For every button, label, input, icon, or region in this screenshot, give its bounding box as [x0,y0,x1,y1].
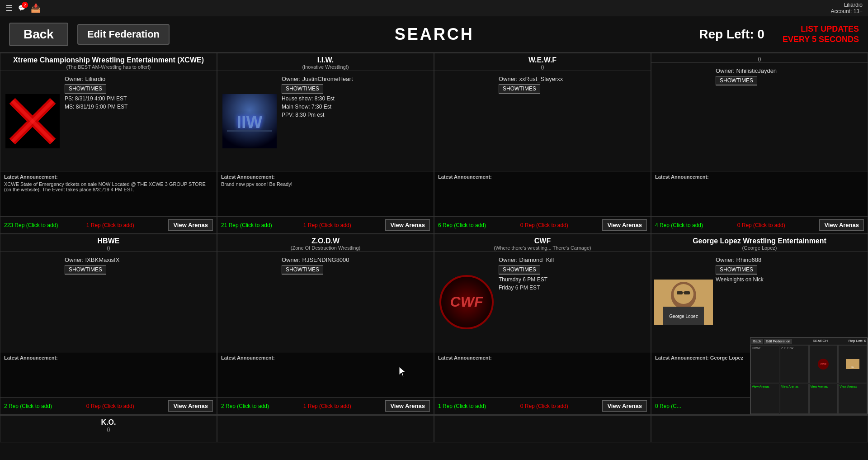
card-header-zodw: Z.O.D.W (Zone Of Destruction Wrestling) [217,234,434,252]
owner-label: Owner: RJSENDING8000 [282,256,431,263]
svg-rect-7 [227,130,272,132]
showtimes-button[interactable]: SHOWTIMES [499,265,540,275]
owner-label: Owner: Liliardio [65,76,214,82]
owner-label: Owner: NihilisticJayden [716,67,865,74]
fed-logo [654,66,713,168]
federation-card-cwf: CWF (Where there's wrestling... There's … [434,234,651,415]
show-item-0: Weeknights on Nick [716,276,865,283]
rep-green[interactable]: 4 Rep (Click to add) [655,222,736,228]
showtimes-button[interactable]: SHOWTIMES [65,265,106,275]
showtimes-button[interactable]: SHOWTIMES [282,265,323,275]
edit-federation-button[interactable]: Edit Federation [77,24,170,45]
card-info: Owner: Liliardio SHOWTIMES PS: 8/31/19 4… [65,74,214,168]
rep-red[interactable]: 1 Rep (Click to add) [303,222,384,228]
showtimes-button[interactable]: SHOWTIMES [716,265,757,275]
announcement-label: Latest Announcement: [655,174,864,180]
svg-rect-15 [677,291,683,294]
svg-point-19 [850,360,855,366]
view-arenas-button[interactable]: View Arenas [602,219,647,231]
fed-subtitle: (Zone Of Destruction Wrestling) [219,245,432,251]
federation-card-hbwe: HBWE () Owner: IXBKMaxisIX SHOWTIMES Lat… [0,234,217,415]
rep-red[interactable]: 0 Rep (Click to add) [520,222,601,228]
fed-name: George Lopez Wrestling Entertainment [653,237,866,245]
announcement-label: Latest Announcement: [438,174,647,180]
showtimes-button[interactable]: SHOWTIMES [282,84,323,94]
bottom-card-2 [217,415,434,442]
rep-red[interactable]: 1 Rep (Click to add) [303,403,384,409]
bottom-card-ko: K.O. () [0,415,217,442]
card-info: Owner: Diamond_Kill SHOWTIMES Thursday 6… [499,255,648,349]
iiw-logo-svg: IIW [222,94,277,148]
announcement-section: Latest Announcement: [434,352,651,397]
showtimes-button[interactable]: SHOWTIMES [716,76,757,85]
showtimes-button[interactable]: SHOWTIMES [65,84,106,94]
notifications-icon[interactable]: 💬 2 [18,5,25,11]
show-item-2: PPV: 8:30 Pm est [282,112,431,118]
view-arenas-button[interactable]: View Arenas [385,219,430,231]
rep-red[interactable]: 0 Rep (Click to add) [520,403,601,409]
back-button[interactable]: Back [9,23,68,46]
thumb-grid: HBWE Z.O.D.W CWF GL View Arenas View Are… [750,345,867,414]
view-arenas-button[interactable]: View Arenas [168,400,213,412]
george-logo-svg: George Lopez [654,280,713,325]
card-info: Owner: RJSENDING8000 SHOWTIMES [282,255,431,349]
owner-label: Owner: Diamond_Kill [499,256,648,263]
update-notice: LIST UPDATES EVERY 5 SECONDS [783,24,859,45]
owner-label: Owner: xxRust_Slayerxx [499,76,648,82]
announcement-text: Brand new ppv soon! Be Ready! [221,181,430,187]
card-info: Owner: NihilisticJayden SHOWTIMES [716,66,865,168]
announcement-section: Latest Announcement: [217,352,434,397]
card-body: George Lopez Owner: Rhino688 SHOWTIMES W… [651,252,868,352]
search-input[interactable]: SEARCH [179,25,690,44]
inbox-icon[interactable]: 📥 [31,3,41,13]
fed-logo: George Lopez [654,255,713,349]
rep-green[interactable]: 0 Rep (C... [655,403,736,409]
rep-green[interactable]: 2 Rep (Click to add) [221,403,302,409]
show-item-1: Friday 6 PM EST [499,285,648,291]
svg-rect-16 [684,291,690,294]
card-header-xcwe: Xtreme Championship Wrestling Entertainm… [0,53,217,71]
rep-green[interactable]: 21 Rep (Click to add) [221,222,302,228]
svg-text:IIW: IIW [237,113,263,132]
showtimes-button[interactable]: SHOWTIMES [499,84,540,94]
rep-green[interactable]: 223 Rep (Click to add) [4,222,85,228]
rep-green[interactable]: 6 Rep (Click to add) [438,222,519,228]
rep-red[interactable]: 0 Rep (Click to add) [86,403,167,409]
announcement-label: Latest Announcement: [221,174,430,180]
federation-card-wewf: W.E.W.F () Owner: xxRust_Slayerxx SHOWTI… [434,53,651,234]
view-arenas-button[interactable]: View Arenas [602,400,647,412]
fed-subtitle: (Inovative Wrestling!) [219,64,432,70]
username: Liliardio [831,2,863,8]
fed-logo [220,255,279,349]
view-arenas-button[interactable]: View Arenas [168,219,213,231]
card-body: Owner: IXBKMaxisIX SHOWTIMES [0,252,217,352]
card-body: Owner: NihilisticJayden SHOWTIMES [651,63,868,171]
card-footer: 1 Rep (Click to add) 0 Rep (Click to add… [434,397,651,414]
announcement-label: Latest Announcement: [221,355,430,360]
owner-label: Owner: IXBKMaxisIX [65,256,214,263]
svg-text:George Lopez: George Lopez [669,314,698,319]
rep-green[interactable]: 1 Rep (Click to add) [438,403,519,409]
card-header-wewf: W.E.W.F () [434,53,651,71]
fed-logo [3,74,62,168]
card-body: Owner: xxRust_Slayerxx SHOWTIMES [434,71,651,171]
fed-subtitle: () [653,56,866,62]
announcement-section: Latest Announcement: [0,352,217,397]
rep-red[interactable]: 0 Rep (Click to add) [737,222,818,228]
card-header-hbwe: HBWE () [0,234,217,252]
header: Back Edit Federation SEARCH Rep Left: 0 … [0,16,868,52]
view-arenas-button[interactable]: View Arenas [819,219,864,231]
card-footer: 223 Rep (Click to add) 1 Rep (Click to a… [0,216,217,233]
xcwe-logo-bg [5,94,60,148]
view-arenas-button[interactable]: View Arenas [385,400,430,412]
federation-grid: Xtreme Championship Wrestling Entertainm… [0,52,868,415]
fed-name: W.E.W.F [436,56,649,64]
rep-green[interactable]: 2 Rep (Click to add) [4,403,85,409]
iiw-logo-bg: IIW [222,94,277,148]
thumb-header: Back Edit Federation SEARCH Rep Left: 0 [750,338,867,345]
bottom-fed-subtitle: () [3,427,214,432]
rep-red[interactable]: 1 Rep (Click to add) [86,222,167,228]
menu-icon[interactable]: ☰ [5,3,13,13]
card-body: Owner: Liliardio SHOWTIMES PS: 8/31/19 4… [0,71,217,171]
fed-name: Z.O.D.W [219,237,432,245]
